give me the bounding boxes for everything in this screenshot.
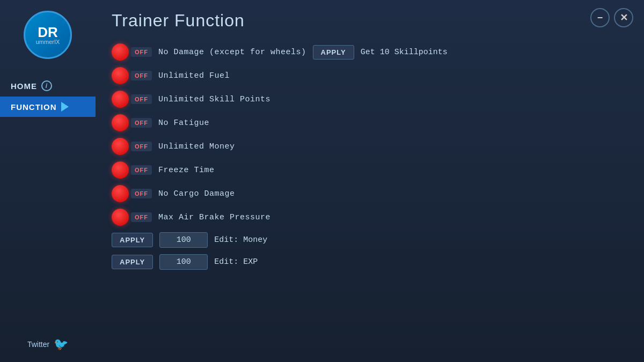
toggle-circle-unlimited-fuel: [112, 67, 129, 84]
avatar-subtitle: ummerIX: [36, 39, 60, 45]
skillpoints-label: Get 10 Skillpoints: [361, 48, 448, 57]
function-label: FUNCTION: [11, 102, 57, 112]
toggle-state-no-damage: OFF: [131, 47, 152, 57]
toggle-circle-unlimited-skill: [112, 91, 129, 108]
toggle-no-damage[interactable]: OFF: [112, 43, 152, 61]
function-name-no-cargo: No Cargo Damage: [158, 189, 235, 198]
home-label: HOME: [11, 82, 37, 91]
edit-money-input[interactable]: [159, 232, 208, 248]
toggle-state-unlimited-money: OFF: [131, 142, 152, 151]
edit-exp-input[interactable]: [159, 254, 208, 270]
apply-button-skillpoints[interactable]: APPLY: [313, 45, 354, 60]
twitter-label: Twitter: [27, 340, 49, 349]
function-name-no-damage: No Damage (except for wheels): [158, 48, 306, 57]
toggle-state-unlimited-fuel: OFF: [131, 71, 152, 80]
function-name-max-air-brake: Max Air Brake Pressure: [158, 213, 270, 222]
window-controls: − ✕: [590, 8, 633, 27]
edit-exp-label: Edit: EXP: [214, 257, 258, 267]
function-name-freeze-time: Freeze Time: [158, 166, 215, 175]
toggle-state-unlimited-skill: OFF: [131, 94, 152, 104]
function-row-no-damage: OFF No Damage (except for wheels) APPLY …: [112, 41, 628, 63]
function-row-unlimited-skill: OFF Unlimited Skill Points: [112, 88, 628, 110]
toggle-state-max-air-brake: OFF: [131, 212, 152, 222]
function-row-no-fatigue: OFF No Fatigue: [112, 112, 628, 134]
function-row-unlimited-fuel: OFF Unlimited Fuel: [112, 65, 628, 86]
function-name-unlimited-fuel: Unlimited Fuel: [158, 71, 230, 80]
avatar-initials: DR: [38, 25, 58, 39]
toggle-circle-no-damage: [112, 43, 129, 61]
function-name-no-fatigue: No Fatigue: [158, 119, 209, 128]
play-icon: [61, 102, 69, 112]
close-button[interactable]: ✕: [614, 8, 633, 27]
toggle-max-air-brake[interactable]: OFF: [112, 209, 152, 226]
toggle-circle-unlimited-money: [112, 138, 129, 155]
toggle-state-no-cargo: OFF: [131, 189, 152, 198]
apply-button-exp[interactable]: APPLY: [112, 255, 153, 269]
toggle-circle-no-cargo: [112, 185, 129, 202]
toggle-unlimited-fuel[interactable]: OFF: [112, 67, 152, 84]
sidebar-item-home[interactable]: HOME i: [0, 75, 96, 97]
toggle-circle-max-air-brake: [112, 209, 129, 226]
info-icon: i: [41, 80, 52, 91]
toggle-state-no-fatigue: OFF: [131, 118, 152, 128]
toggle-no-cargo[interactable]: OFF: [112, 185, 152, 202]
sidebar-item-function[interactable]: FUNCTION: [0, 97, 96, 117]
sidebar-nav: HOME i FUNCTION: [0, 75, 96, 117]
toggle-state-freeze-time: OFF: [131, 165, 152, 175]
function-name-unlimited-money: Unlimited Money: [158, 142, 235, 151]
function-row-no-cargo: OFF No Cargo Damage: [112, 183, 628, 204]
toggle-freeze-time[interactable]: OFF: [112, 161, 152, 179]
edit-money-label: Edit: Money: [214, 235, 267, 245]
functions-list: OFF No Damage (except for wheels) APPLY …: [112, 41, 628, 272]
edit-row-money: APPLY Edit: Money: [112, 230, 628, 250]
edit-row-exp: APPLY Edit: EXP: [112, 252, 628, 272]
function-name-unlimited-skill: Unlimited Skill Points: [158, 95, 270, 104]
sidebar: DR ummerIX HOME i FUNCTION Twitter 🐦: [0, 0, 96, 362]
main-content: − ✕ Trainer Function OFF No Damage (exce…: [96, 0, 644, 362]
minimize-button[interactable]: −: [590, 8, 610, 27]
twitter-icon: 🐦: [54, 337, 68, 351]
toggle-circle-no-fatigue: [112, 114, 129, 131]
toggle-no-fatigue[interactable]: OFF: [112, 114, 152, 131]
avatar: DR ummerIX: [24, 11, 72, 59]
function-row-max-air-brake: OFF Max Air Brake Pressure: [112, 206, 628, 228]
function-row-unlimited-money: OFF Unlimited Money: [112, 136, 628, 157]
twitter-section[interactable]: Twitter 🐦: [27, 337, 68, 351]
page-title: Trainer Function: [112, 11, 628, 31]
toggle-unlimited-money[interactable]: OFF: [112, 138, 152, 155]
function-row-freeze-time: OFF Freeze Time: [112, 159, 628, 181]
toggle-circle-freeze-time: [112, 161, 129, 179]
toggle-unlimited-skill[interactable]: OFF: [112, 91, 152, 108]
apply-button-money[interactable]: APPLY: [112, 233, 153, 247]
